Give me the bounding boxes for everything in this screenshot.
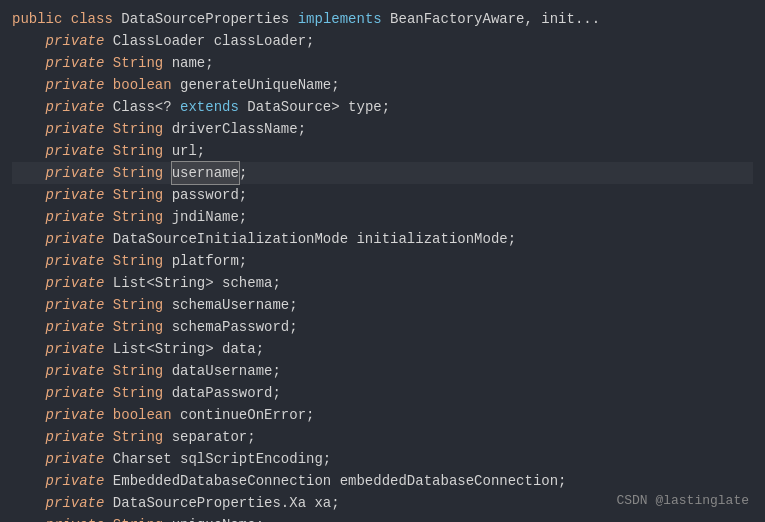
- code-token: [12, 140, 46, 162]
- code-line: private boolean continueOnError;: [12, 404, 753, 426]
- code-token: separator;: [163, 426, 255, 448]
- code-token: DataSource> type;: [239, 96, 390, 118]
- code-token: implements: [298, 8, 382, 30]
- code-line: private String name;: [12, 52, 753, 74]
- code-token: url;: [163, 140, 205, 162]
- code-line: private String username;: [12, 162, 753, 184]
- code-token: driverClassName;: [163, 118, 306, 140]
- code-token: BeanFactoryAware, init...: [382, 8, 600, 30]
- code-token: [104, 316, 112, 338]
- code-line: private List<String> schema;: [12, 272, 753, 294]
- code-line: private String password;: [12, 184, 753, 206]
- code-token: name;: [163, 52, 213, 74]
- code-token: private: [46, 52, 105, 74]
- code-token: boolean: [113, 404, 172, 426]
- code-token: schemaUsername;: [163, 294, 297, 316]
- code-token: List<String> data;: [104, 338, 264, 360]
- code-line: private String driverClassName;: [12, 118, 753, 140]
- code-token: jndiName;: [163, 206, 247, 228]
- code-token: [104, 250, 112, 272]
- code-token: [12, 470, 46, 492]
- code-token: private: [46, 118, 105, 140]
- code-line: private boolean generateUniqueName;: [12, 74, 753, 96]
- code-token: DataSourceInitializationMode initializat…: [104, 228, 516, 250]
- code-token: private: [46, 206, 105, 228]
- code-token: [12, 52, 46, 74]
- code-token: [104, 140, 112, 162]
- code-view: public class DataSourceProperties implem…: [0, 0, 765, 522]
- code-token: String: [113, 294, 163, 316]
- code-token: [12, 382, 46, 404]
- code-content: public class DataSourceProperties implem…: [12, 8, 753, 522]
- code-token: class: [71, 8, 113, 30]
- code-token: [104, 52, 112, 74]
- code-line: private Class<? extends DataSource> type…: [12, 96, 753, 118]
- code-token: List<String> schema;: [104, 272, 280, 294]
- code-token: private: [46, 250, 105, 272]
- code-line: private List<String> data;: [12, 338, 753, 360]
- code-token: String: [113, 316, 163, 338]
- code-token: String: [113, 426, 163, 448]
- code-token: [12, 492, 46, 514]
- code-token: DataSourceProperties: [113, 8, 298, 30]
- code-token: platform;: [163, 250, 247, 272]
- highlighted-token: username: [172, 162, 239, 184]
- code-token: private: [46, 360, 105, 382]
- code-token: private: [46, 228, 105, 250]
- code-token: String: [113, 162, 163, 184]
- code-line: private String dataPassword;: [12, 382, 753, 404]
- code-line: public class DataSourceProperties implem…: [12, 8, 753, 30]
- code-token: [12, 250, 46, 272]
- code-token: private: [46, 338, 105, 360]
- code-token: private: [46, 74, 105, 96]
- code-token: String: [113, 140, 163, 162]
- code-token: private: [46, 140, 105, 162]
- code-token: [104, 514, 112, 522]
- code-token: dataUsername;: [163, 360, 281, 382]
- code-token: dataPassword;: [163, 382, 281, 404]
- code-token: password;: [163, 184, 247, 206]
- code-token: [12, 360, 46, 382]
- code-token: public: [12, 8, 71, 30]
- code-token: private: [46, 404, 105, 426]
- code-token: String: [113, 250, 163, 272]
- code-token: String: [113, 360, 163, 382]
- code-line: private String separator;: [12, 426, 753, 448]
- code-line: private String uniqueName;: [12, 514, 753, 522]
- code-token: [12, 272, 46, 294]
- code-line: private Charset sqlScriptEncoding;: [12, 448, 753, 470]
- code-token: private: [46, 272, 105, 294]
- code-token: continueOnError;: [172, 404, 315, 426]
- code-token: [12, 96, 46, 118]
- code-line: private String url;: [12, 140, 753, 162]
- code-token: private: [46, 96, 105, 118]
- code-token: [12, 184, 46, 206]
- code-line: private String jndiName;: [12, 206, 753, 228]
- code-token: [104, 294, 112, 316]
- code-token: extends: [180, 96, 239, 118]
- code-token: String: [113, 514, 163, 522]
- code-token: Class<?: [104, 96, 180, 118]
- code-token: private: [46, 492, 105, 514]
- code-token: [12, 74, 46, 96]
- code-token: [12, 206, 46, 228]
- code-token: EmbeddedDatabaseConnection embeddedDatab…: [104, 470, 566, 492]
- code-token: private: [46, 426, 105, 448]
- code-line: private DataSourceInitializationMode ini…: [12, 228, 753, 250]
- code-token: private: [46, 382, 105, 404]
- code-line: private ClassLoader classLoader;: [12, 30, 753, 52]
- code-token: String: [113, 206, 163, 228]
- code-token: [104, 206, 112, 228]
- code-token: [104, 162, 112, 184]
- code-token: [12, 426, 46, 448]
- code-token: private: [46, 30, 105, 52]
- code-token: generateUniqueName;: [172, 74, 340, 96]
- code-token: [12, 294, 46, 316]
- code-token: [104, 404, 112, 426]
- code-line: private String dataUsername;: [12, 360, 753, 382]
- code-token: schemaPassword;: [163, 316, 297, 338]
- code-token: Charset sqlScriptEncoding;: [104, 448, 331, 470]
- code-token: private: [46, 294, 105, 316]
- code-token: [12, 118, 46, 140]
- code-line: private EmbeddedDatabaseConnection embed…: [12, 470, 753, 492]
